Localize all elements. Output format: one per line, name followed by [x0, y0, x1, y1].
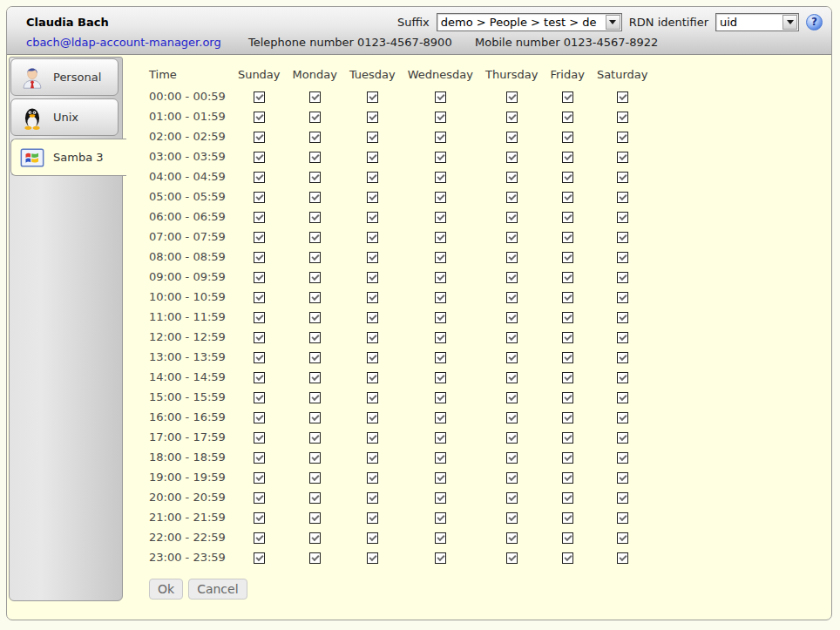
logon-hour-checkbox-thursday-15:00[interactable]: [506, 392, 518, 403]
logon-hour-checkbox-tuesday-05:00[interactable]: [367, 192, 378, 203]
logon-hour-checkbox-sunday-02:00[interactable]: [254, 132, 265, 143]
logon-hour-checkbox-sunday-01:00[interactable]: [254, 112, 265, 123]
logon-hour-checkbox-wednesday-09:00[interactable]: [435, 272, 446, 283]
logon-hour-checkbox-thursday-03:00[interactable]: [506, 152, 518, 163]
logon-hour-checkbox-tuesday-07:00[interactable]: [367, 232, 378, 243]
logon-hour-checkbox-friday-14:00[interactable]: [562, 372, 573, 383]
logon-hour-checkbox-tuesday-13:00[interactable]: [367, 352, 378, 363]
logon-hour-checkbox-saturday-07:00[interactable]: [617, 232, 628, 243]
logon-hour-checkbox-tuesday-18:00[interactable]: [367, 452, 378, 464]
logon-hour-checkbox-monday-00:00[interactable]: [309, 91, 321, 103]
logon-hour-checkbox-sunday-05:00[interactable]: [254, 192, 265, 203]
logon-hour-checkbox-tuesday-17:00[interactable]: [367, 432, 378, 444]
logon-hour-checkbox-sunday-13:00[interactable]: [254, 352, 265, 363]
logon-hour-checkbox-saturday-22:00[interactable]: [617, 532, 628, 544]
tab-unix[interactable]: Unix: [10, 98, 119, 136]
logon-hour-checkbox-wednesday-13:00[interactable]: [435, 352, 446, 363]
logon-hour-checkbox-monday-17:00[interactable]: [309, 432, 321, 444]
logon-hour-checkbox-thursday-00:00[interactable]: [506, 91, 518, 103]
logon-hour-checkbox-thursday-13:00[interactable]: [506, 352, 518, 363]
logon-hour-checkbox-wednesday-22:00[interactable]: [435, 532, 446, 544]
logon-hour-checkbox-friday-21:00[interactable]: [562, 512, 573, 524]
logon-hour-checkbox-monday-04:00[interactable]: [309, 172, 321, 183]
logon-hour-checkbox-sunday-20:00[interactable]: [254, 492, 265, 504]
logon-hour-checkbox-saturday-19:00[interactable]: [617, 472, 628, 484]
logon-hour-checkbox-monday-22:00[interactable]: [309, 532, 321, 544]
logon-hour-checkbox-saturday-16:00[interactable]: [617, 412, 628, 423]
email-link[interactable]: cbach@ldap-account-manager.org: [26, 36, 221, 49]
logon-hour-checkbox-thursday-12:00[interactable]: [506, 332, 518, 343]
logon-hour-checkbox-saturday-12:00[interactable]: [617, 332, 628, 343]
logon-hour-checkbox-saturday-20:00[interactable]: [617, 492, 628, 504]
logon-hour-checkbox-friday-12:00[interactable]: [562, 332, 573, 343]
logon-hour-checkbox-saturday-17:00[interactable]: [617, 432, 628, 444]
logon-hour-checkbox-sunday-19:00[interactable]: [254, 472, 265, 484]
logon-hour-checkbox-thursday-16:00[interactable]: [506, 412, 518, 423]
logon-hour-checkbox-monday-12:00[interactable]: [309, 332, 321, 343]
logon-hour-checkbox-monday-14:00[interactable]: [309, 372, 321, 383]
logon-hour-checkbox-wednesday-11:00[interactable]: [435, 312, 446, 323]
logon-hour-checkbox-wednesday-17:00[interactable]: [435, 432, 446, 444]
logon-hour-checkbox-sunday-14:00[interactable]: [254, 372, 265, 383]
help-icon[interactable]: ?: [806, 14, 823, 30]
dropdown-arrow-icon[interactable]: [606, 15, 620, 30]
logon-hour-checkbox-monday-10:00[interactable]: [309, 292, 321, 303]
logon-hour-checkbox-wednesday-10:00[interactable]: [435, 292, 446, 303]
logon-hour-checkbox-sunday-12:00[interactable]: [254, 332, 265, 343]
logon-hour-checkbox-saturday-11:00[interactable]: [617, 312, 628, 323]
logon-hour-checkbox-friday-17:00[interactable]: [562, 432, 573, 444]
logon-hour-checkbox-wednesday-01:00[interactable]: [435, 112, 446, 123]
logon-hour-checkbox-thursday-06:00[interactable]: [506, 212, 518, 223]
suffix-select[interactable]: demo > People > test > de: [437, 13, 622, 31]
logon-hour-checkbox-monday-06:00[interactable]: [309, 212, 321, 223]
logon-hour-checkbox-monday-21:00[interactable]: [309, 512, 321, 524]
logon-hour-checkbox-sunday-09:00[interactable]: [254, 272, 265, 283]
logon-hour-checkbox-tuesday-21:00[interactable]: [367, 512, 378, 524]
logon-hour-checkbox-saturday-18:00[interactable]: [617, 452, 628, 464]
logon-hour-checkbox-saturday-13:00[interactable]: [617, 352, 628, 363]
logon-hour-checkbox-thursday-14:00[interactable]: [506, 372, 518, 383]
logon-hour-checkbox-sunday-07:00[interactable]: [254, 232, 265, 243]
logon-hour-checkbox-friday-03:00[interactable]: [562, 152, 573, 163]
logon-hour-checkbox-monday-15:00[interactable]: [309, 392, 321, 403]
logon-hour-checkbox-monday-05:00[interactable]: [309, 192, 321, 203]
logon-hour-checkbox-saturday-01:00[interactable]: [617, 112, 628, 123]
logon-hour-checkbox-tuesday-09:00[interactable]: [367, 272, 378, 283]
logon-hour-checkbox-saturday-00:00[interactable]: [617, 91, 628, 103]
logon-hour-checkbox-friday-09:00[interactable]: [562, 272, 573, 283]
logon-hour-checkbox-sunday-17:00[interactable]: [254, 432, 265, 444]
logon-hour-checkbox-wednesday-18:00[interactable]: [435, 452, 446, 464]
logon-hour-checkbox-sunday-11:00[interactable]: [254, 312, 265, 323]
logon-hour-checkbox-sunday-23:00[interactable]: [254, 552, 265, 564]
logon-hour-checkbox-thursday-22:00[interactable]: [506, 532, 518, 544]
logon-hour-checkbox-tuesday-10:00[interactable]: [367, 292, 378, 303]
logon-hour-checkbox-monday-02:00[interactable]: [309, 132, 321, 143]
logon-hour-checkbox-monday-08:00[interactable]: [309, 252, 321, 263]
logon-hour-checkbox-thursday-20:00[interactable]: [506, 492, 518, 504]
logon-hour-checkbox-sunday-10:00[interactable]: [254, 292, 265, 303]
dropdown-arrow-icon[interactable]: [782, 15, 797, 30]
logon-hour-checkbox-sunday-16:00[interactable]: [254, 412, 265, 423]
logon-hour-checkbox-friday-18:00[interactable]: [562, 452, 573, 464]
logon-hour-checkbox-thursday-11:00[interactable]: [506, 312, 518, 323]
logon-hour-checkbox-wednesday-02:00[interactable]: [435, 132, 446, 143]
logon-hour-checkbox-sunday-00:00[interactable]: [254, 91, 265, 103]
logon-hour-checkbox-thursday-23:00[interactable]: [506, 552, 518, 564]
logon-hour-checkbox-wednesday-19:00[interactable]: [435, 472, 446, 484]
logon-hour-checkbox-wednesday-04:00[interactable]: [435, 172, 446, 183]
logon-hour-checkbox-thursday-10:00[interactable]: [506, 292, 518, 303]
logon-hour-checkbox-tuesday-22:00[interactable]: [367, 532, 378, 544]
logon-hour-checkbox-tuesday-01:00[interactable]: [367, 112, 378, 123]
logon-hour-checkbox-saturday-09:00[interactable]: [617, 272, 628, 283]
logon-hour-checkbox-friday-10:00[interactable]: [562, 292, 573, 303]
logon-hour-checkbox-saturday-14:00[interactable]: [617, 372, 628, 383]
logon-hour-checkbox-saturday-02:00[interactable]: [617, 132, 628, 143]
logon-hour-checkbox-tuesday-16:00[interactable]: [367, 412, 378, 423]
logon-hour-checkbox-monday-13:00[interactable]: [309, 352, 321, 363]
logon-hour-checkbox-friday-06:00[interactable]: [562, 212, 573, 223]
logon-hour-checkbox-wednesday-21:00[interactable]: [435, 512, 446, 524]
logon-hour-checkbox-friday-23:00[interactable]: [562, 552, 573, 564]
logon-hour-checkbox-saturday-05:00[interactable]: [617, 192, 628, 203]
logon-hour-checkbox-tuesday-03:00[interactable]: [367, 152, 378, 163]
logon-hour-checkbox-wednesday-07:00[interactable]: [435, 232, 446, 243]
